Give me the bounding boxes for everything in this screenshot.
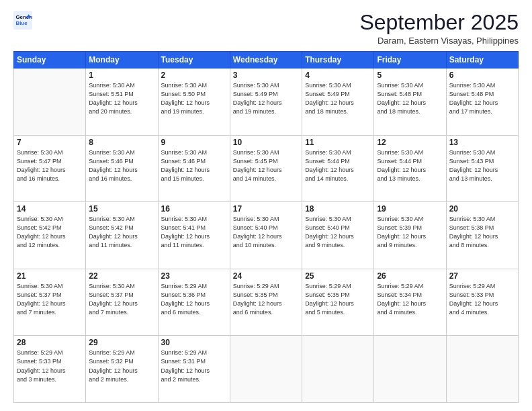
day-number: 11 <box>305 138 371 147</box>
calendar-cell: 29Sunrise: 5:29 AM Sunset: 5:32 PM Dayli… <box>86 336 158 403</box>
location: Daram, Eastern Visayas, Philippines <box>359 36 519 46</box>
cell-info: Sunrise: 5:30 AM Sunset: 5:47 PM Dayligh… <box>17 148 83 183</box>
day-number: 6 <box>449 71 515 80</box>
weekday-header: Friday <box>374 52 446 68</box>
day-number: 26 <box>377 271 443 281</box>
calendar-cell: 9Sunrise: 5:30 AM Sunset: 5:46 PM Daylig… <box>158 135 230 202</box>
cell-info: Sunrise: 5:30 AM Sunset: 5:49 PM Dayligh… <box>233 81 299 116</box>
calendar-week-row: 14Sunrise: 5:30 AM Sunset: 5:42 PM Dayli… <box>14 202 519 269</box>
day-number: 14 <box>17 204 83 214</box>
calendar-cell: 18Sunrise: 5:30 AM Sunset: 5:40 PM Dayli… <box>302 202 374 269</box>
calendar-week-row: 1Sunrise: 5:30 AM Sunset: 5:51 PM Daylig… <box>14 68 519 136</box>
calendar-cell: 25Sunrise: 5:29 AM Sunset: 5:35 PM Dayli… <box>302 269 374 336</box>
day-number: 21 <box>17 271 83 281</box>
calendar-cell: 6Sunrise: 5:30 AM Sunset: 5:48 PM Daylig… <box>446 68 518 136</box>
cell-info: Sunrise: 5:30 AM Sunset: 5:40 PM Dayligh… <box>305 215 371 250</box>
day-number: 19 <box>377 204 443 214</box>
day-number: 12 <box>377 138 443 147</box>
calendar-cell <box>446 336 518 403</box>
day-number: 9 <box>161 138 227 147</box>
day-number: 7 <box>17 138 83 147</box>
day-number: 2 <box>161 71 227 80</box>
cell-info: Sunrise: 5:30 AM Sunset: 5:44 PM Dayligh… <box>377 148 443 183</box>
day-number: 25 <box>305 271 371 281</box>
day-number: 23 <box>161 271 227 281</box>
day-number: 3 <box>233 71 299 80</box>
cell-info: Sunrise: 5:30 AM Sunset: 5:40 PM Dayligh… <box>233 215 299 250</box>
cell-info: Sunrise: 5:30 AM Sunset: 5:48 PM Dayligh… <box>449 81 515 116</box>
calendar-week-row: 21Sunrise: 5:30 AM Sunset: 5:37 PM Dayli… <box>14 269 519 336</box>
cell-info: Sunrise: 5:29 AM Sunset: 5:33 PM Dayligh… <box>17 349 83 383</box>
day-number: 30 <box>161 338 227 347</box>
cell-info: Sunrise: 5:29 AM Sunset: 5:35 PM Dayligh… <box>233 282 299 317</box>
day-number: 29 <box>89 338 154 347</box>
title-block: September 2025 Daram, Eastern Visayas, P… <box>359 11 519 46</box>
cell-info: Sunrise: 5:30 AM Sunset: 5:50 PM Dayligh… <box>161 81 227 116</box>
calendar-cell: 3Sunrise: 5:30 AM Sunset: 5:49 PM Daylig… <box>230 68 302 136</box>
day-number: 10 <box>233 138 299 147</box>
calendar-table: SundayMondayTuesdayWednesdayThursdayFrid… <box>13 51 519 403</box>
calendar-cell <box>230 336 302 403</box>
calendar-cell: 20Sunrise: 5:30 AM Sunset: 5:38 PM Dayli… <box>446 202 518 269</box>
day-number: 1 <box>89 71 154 80</box>
calendar-cell: 24Sunrise: 5:29 AM Sunset: 5:35 PM Dayli… <box>230 269 302 336</box>
calendar-cell: 28Sunrise: 5:29 AM Sunset: 5:33 PM Dayli… <box>14 336 86 403</box>
cell-info: Sunrise: 5:29 AM Sunset: 5:33 PM Dayligh… <box>449 282 515 317</box>
cell-info: Sunrise: 5:30 AM Sunset: 5:42 PM Dayligh… <box>89 215 154 250</box>
day-number: 16 <box>161 204 227 214</box>
svg-text:Blue: Blue <box>16 20 28 26</box>
calendar-cell <box>14 68 86 136</box>
page: General Blue September 2025 Daram, Easte… <box>0 0 532 411</box>
calendar-cell: 17Sunrise: 5:30 AM Sunset: 5:40 PM Dayli… <box>230 202 302 269</box>
cell-info: Sunrise: 5:30 AM Sunset: 5:43 PM Dayligh… <box>449 148 515 183</box>
day-number: 28 <box>17 338 83 347</box>
calendar-cell: 13Sunrise: 5:30 AM Sunset: 5:43 PM Dayli… <box>446 135 518 202</box>
calendar-cell: 4Sunrise: 5:30 AM Sunset: 5:49 PM Daylig… <box>302 68 374 136</box>
day-number: 22 <box>89 271 154 281</box>
cell-info: Sunrise: 5:30 AM Sunset: 5:49 PM Dayligh… <box>305 81 371 116</box>
header: General Blue September 2025 Daram, Easte… <box>13 11 519 46</box>
weekday-header: Monday <box>86 52 158 68</box>
calendar-cell: 5Sunrise: 5:30 AM Sunset: 5:48 PM Daylig… <box>374 68 446 136</box>
calendar-week-row: 28Sunrise: 5:29 AM Sunset: 5:33 PM Dayli… <box>14 336 519 403</box>
cell-info: Sunrise: 5:29 AM Sunset: 5:32 PM Dayligh… <box>89 349 154 383</box>
day-number: 18 <box>305 204 371 214</box>
cell-info: Sunrise: 5:29 AM Sunset: 5:34 PM Dayligh… <box>377 282 443 317</box>
cell-info: Sunrise: 5:30 AM Sunset: 5:45 PM Dayligh… <box>233 148 299 183</box>
day-number: 15 <box>89 204 154 214</box>
cell-info: Sunrise: 5:30 AM Sunset: 5:44 PM Dayligh… <box>305 148 371 183</box>
calendar-cell: 27Sunrise: 5:29 AM Sunset: 5:33 PM Dayli… <box>446 269 518 336</box>
calendar-cell: 19Sunrise: 5:30 AM Sunset: 5:39 PM Dayli… <box>374 202 446 269</box>
calendar-cell: 15Sunrise: 5:30 AM Sunset: 5:42 PM Dayli… <box>86 202 158 269</box>
cell-info: Sunrise: 5:30 AM Sunset: 5:42 PM Dayligh… <box>17 215 83 250</box>
weekday-header: Saturday <box>446 52 518 68</box>
weekday-header: Wednesday <box>230 52 302 68</box>
day-number: 20 <box>449 204 515 214</box>
cell-info: Sunrise: 5:30 AM Sunset: 5:48 PM Dayligh… <box>377 81 443 116</box>
day-number: 8 <box>89 138 154 147</box>
calendar-cell: 7Sunrise: 5:30 AM Sunset: 5:47 PM Daylig… <box>14 135 86 202</box>
calendar-cell: 1Sunrise: 5:30 AM Sunset: 5:51 PM Daylig… <box>86 68 158 136</box>
header-row: SundayMondayTuesdayWednesdayThursdayFrid… <box>14 52 519 68</box>
cell-info: Sunrise: 5:29 AM Sunset: 5:35 PM Dayligh… <box>305 282 371 317</box>
calendar-cell: 16Sunrise: 5:30 AM Sunset: 5:41 PM Dayli… <box>158 202 230 269</box>
cell-info: Sunrise: 5:30 AM Sunset: 5:51 PM Dayligh… <box>89 81 154 116</box>
weekday-header: Sunday <box>14 52 86 68</box>
cell-info: Sunrise: 5:30 AM Sunset: 5:39 PM Dayligh… <box>377 215 443 250</box>
calendar-cell: 12Sunrise: 5:30 AM Sunset: 5:44 PM Dayli… <box>374 135 446 202</box>
month-title: September 2025 <box>359 11 519 34</box>
calendar-cell: 10Sunrise: 5:30 AM Sunset: 5:45 PM Dayli… <box>230 135 302 202</box>
calendar-cell: 11Sunrise: 5:30 AM Sunset: 5:44 PM Dayli… <box>302 135 374 202</box>
logo: General Blue <box>13 11 32 30</box>
calendar-cell: 30Sunrise: 5:29 AM Sunset: 5:31 PM Dayli… <box>158 336 230 403</box>
cell-info: Sunrise: 5:29 AM Sunset: 5:31 PM Dayligh… <box>161 349 227 383</box>
day-number: 4 <box>305 71 371 80</box>
logo-icon: General Blue <box>13 11 32 30</box>
cell-info: Sunrise: 5:30 AM Sunset: 5:46 PM Dayligh… <box>89 148 154 183</box>
cell-info: Sunrise: 5:29 AM Sunset: 5:36 PM Dayligh… <box>161 282 227 317</box>
calendar-cell: 2Sunrise: 5:30 AM Sunset: 5:50 PM Daylig… <box>158 68 230 136</box>
day-number: 5 <box>377 71 443 80</box>
weekday-header: Tuesday <box>158 52 230 68</box>
calendar-cell: 14Sunrise: 5:30 AM Sunset: 5:42 PM Dayli… <box>14 202 86 269</box>
calendar-cell: 23Sunrise: 5:29 AM Sunset: 5:36 PM Dayli… <box>158 269 230 336</box>
